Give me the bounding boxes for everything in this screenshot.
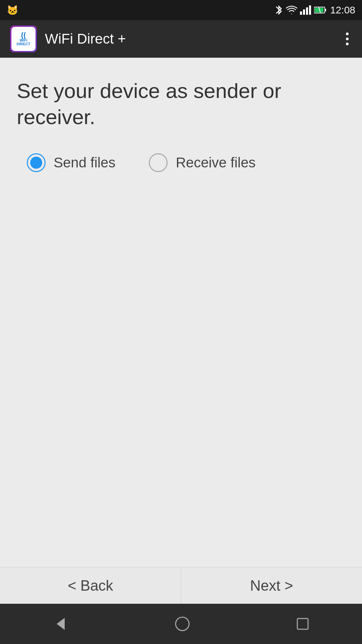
- overflow-dot-1: [346, 33, 349, 35]
- app-logo-inner: (( WiFiDIRECT: [11, 27, 36, 51]
- send-files-label: Send files: [54, 155, 115, 171]
- battery-icon: [314, 6, 326, 14]
- main-content: Set your device as sender or receiver. S…: [0, 58, 362, 567]
- svg-rect-2: [306, 7, 308, 15]
- app-logo: (( WiFiDIRECT: [10, 25, 37, 52]
- wifi-logo-text: WiFiDIRECT: [17, 39, 31, 46]
- svg-rect-1: [303, 9, 305, 15]
- status-system-icons: [275, 4, 326, 16]
- send-files-radio-inner: [30, 157, 42, 169]
- overflow-menu-button[interactable]: [343, 29, 352, 49]
- action-bar: < Back Next >: [0, 567, 362, 604]
- svg-rect-0: [300, 11, 302, 15]
- bottom-nav-bar: [0, 604, 362, 644]
- status-time: 12:08: [330, 4, 355, 16]
- wifi-arc-icon: ((: [21, 32, 26, 39]
- receive-files-radio[interactable]: [149, 153, 168, 172]
- status-left-icons: 🐱: [7, 5, 18, 16]
- home-nav-button[interactable]: [174, 615, 191, 633]
- app-title: WiFi Direct +: [45, 31, 343, 47]
- headline-text: Set your device as sender or receiver.: [17, 78, 345, 130]
- next-label: Next >: [250, 577, 293, 594]
- options-row: Send files Receive files: [17, 153, 345, 172]
- back-label: < Back: [68, 577, 113, 594]
- recents-nav-button[interactable]: [295, 616, 310, 631]
- next-button[interactable]: Next >: [181, 567, 362, 604]
- bluetooth-icon: [275, 4, 283, 16]
- svg-rect-5: [325, 9, 326, 11]
- send-files-radio[interactable]: [27, 153, 46, 172]
- receive-files-option[interactable]: Receive files: [149, 153, 255, 172]
- status-bar: 🐱: [0, 0, 362, 20]
- svg-point-9: [176, 617, 189, 631]
- svg-rect-10: [297, 619, 308, 629]
- back-button[interactable]: < Back: [0, 567, 181, 604]
- wifi-icon: [286, 5, 297, 15]
- svg-rect-3: [309, 5, 311, 15]
- overflow-dot-3: [346, 43, 349, 45]
- send-files-option[interactable]: Send files: [27, 153, 115, 172]
- app-bar: (( WiFiDIRECT WiFi Direct +: [0, 20, 362, 58]
- notification-icon: 🐱: [7, 5, 18, 16]
- back-nav-button[interactable]: [52, 615, 69, 633]
- signal-icon: [300, 5, 311, 15]
- receive-files-label: Receive files: [176, 155, 255, 171]
- overflow-dot-2: [346, 38, 349, 40]
- svg-marker-8: [57, 618, 65, 630]
- status-right-area: 12:08: [275, 4, 355, 16]
